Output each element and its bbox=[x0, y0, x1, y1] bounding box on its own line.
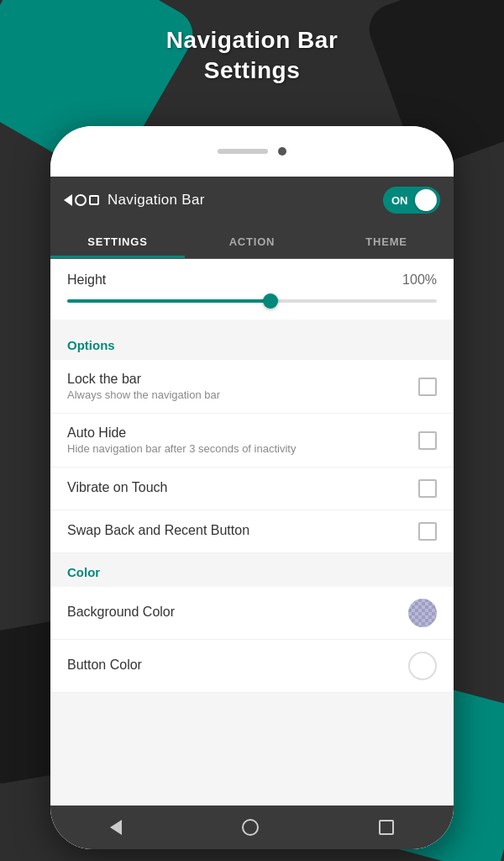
bg-color-picker[interactable] bbox=[408, 599, 437, 627]
color-section-header: Color bbox=[50, 553, 454, 587]
phone-camera bbox=[278, 147, 286, 156]
back-icon bbox=[64, 194, 72, 206]
page-title-area: Navigation Bar Settings bbox=[0, 25, 504, 87]
color-label: Color bbox=[67, 565, 100, 579]
height-slider[interactable] bbox=[67, 299, 437, 303]
height-section: Height 100% bbox=[50, 259, 454, 320]
list-item-text-btn-color: Button Color bbox=[67, 658, 408, 674]
tab-settings[interactable]: SETTINGS bbox=[50, 224, 185, 258]
nav-bar-icon bbox=[64, 194, 99, 206]
btn-color-picker[interactable] bbox=[408, 652, 437, 680]
lock-bar-checkbox[interactable] bbox=[418, 378, 437, 396]
tab-action[interactable]: ACTION bbox=[185, 224, 319, 258]
page-title: Navigation Bar Settings bbox=[0, 25, 504, 87]
height-value: 100% bbox=[402, 272, 437, 288]
vibrate-title: Vibrate on Touch bbox=[67, 480, 418, 495]
toggle-knob bbox=[415, 189, 437, 211]
bottom-nav-home-button[interactable] bbox=[242, 819, 259, 836]
list-item-vibrate[interactable]: Vibrate on Touch bbox=[50, 467, 454, 510]
tab-theme[interactable]: THEME bbox=[319, 224, 454, 258]
recent-icon bbox=[89, 195, 99, 205]
list-item-lock-bar[interactable]: Lock the bar Always show the navigation … bbox=[50, 360, 454, 414]
power-toggle[interactable]: ON bbox=[383, 187, 440, 214]
app-topbar: Navigation Bar ON bbox=[50, 177, 454, 224]
app-title: Navigation Bar bbox=[108, 192, 205, 209]
slider-fill bbox=[67, 299, 270, 303]
list-item-auto-hide[interactable]: Auto Hide Hide navigation bar after 3 se… bbox=[50, 414, 454, 467]
lock-bar-title: Lock the bar bbox=[67, 372, 418, 387]
options-label: Options bbox=[67, 338, 115, 352]
auto-hide-subtitle: Hide navigation bar after 3 seconds of i… bbox=[67, 442, 418, 455]
btn-color-title: Button Color bbox=[67, 658, 408, 673]
height-row: Height 100% bbox=[67, 272, 437, 288]
bottom-nav-back-button[interactable] bbox=[110, 820, 122, 835]
app-tabs: SETTINGS ACTION THEME bbox=[50, 224, 454, 259]
list-item-text-bg-color: Background Color bbox=[67, 605, 408, 621]
swap-checkbox[interactable] bbox=[418, 522, 437, 541]
home-icon bbox=[75, 194, 87, 206]
list-item-text-lock: Lock the bar Always show the navigation … bbox=[67, 372, 418, 401]
slider-thumb bbox=[263, 293, 278, 309]
bottom-nav-recent-button[interactable] bbox=[379, 820, 394, 835]
vibrate-checkbox[interactable] bbox=[418, 479, 437, 498]
options-section-header: Options bbox=[50, 326, 454, 360]
auto-hide-checkbox[interactable] bbox=[418, 431, 437, 450]
swap-title: Swap Back and Recent Button bbox=[67, 523, 418, 538]
height-label: Height bbox=[67, 272, 106, 288]
list-item-bg-color[interactable]: Background Color bbox=[50, 587, 454, 640]
list-item-text-swap: Swap Back and Recent Button bbox=[67, 523, 418, 540]
list-item-swap[interactable]: Swap Back and Recent Button bbox=[50, 510, 454, 553]
app-screen: Navigation Bar ON SETTINGS ACTION THEME bbox=[50, 177, 454, 849]
list-item-btn-color[interactable]: Button Color bbox=[50, 640, 454, 693]
lock-bar-subtitle: Always show the navigation bar bbox=[67, 388, 418, 401]
bottom-nav bbox=[50, 806, 454, 849]
list-item-text-auto-hide: Auto Hide Hide navigation bar after 3 se… bbox=[67, 425, 418, 455]
list-item-text-vibrate: Vibrate on Touch bbox=[67, 480, 418, 497]
bg-color-title: Background Color bbox=[67, 605, 408, 620]
topbar-left: Navigation Bar bbox=[64, 192, 205, 209]
phone-speaker bbox=[218, 149, 268, 154]
toggle-label: ON bbox=[386, 194, 408, 207]
auto-hide-title: Auto Hide bbox=[67, 425, 418, 441]
settings-content: Height 100% Options Lock the bar Always … bbox=[50, 259, 454, 806]
phone-frame: Navigation Bar ON SETTINGS ACTION THEME bbox=[50, 126, 454, 849]
phone-top-bar bbox=[50, 126, 454, 177]
